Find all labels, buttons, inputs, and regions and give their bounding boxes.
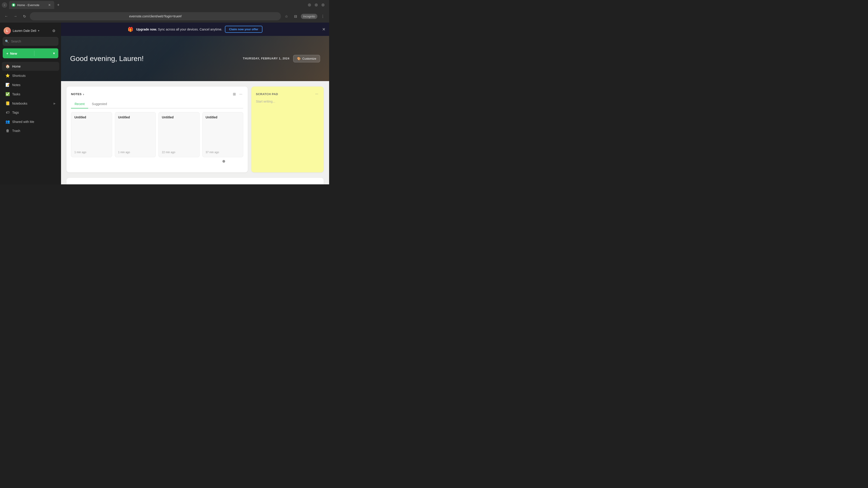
sidebar-item-home[interactable]: 🏠 Home (2, 62, 59, 71)
avatar: L (4, 27, 11, 34)
search-wrapper: 🔍 (3, 37, 58, 46)
tab-bar: ‹ Home - Evernote ✕ + (0, 0, 329, 10)
banner-upgrade-text: Upgrade now. (136, 28, 157, 31)
notes-arrow-icon[interactable]: › (83, 92, 84, 96)
upgrade-banner: 🎁 Upgrade now. Sync across all your devi… (61, 23, 329, 36)
incognito-badge: Incognito (301, 14, 317, 19)
tab-close-button[interactable]: ✕ (48, 3, 52, 7)
search-bar-container: 🔍 (3, 37, 58, 46)
date-display: THURSDAY, FEBRUARY 1, 2024 (243, 57, 289, 60)
search-icon: 🔍 (5, 39, 9, 43)
notebooks-icon: 📒 (5, 101, 10, 105)
content-area: NOTES › ⊞ ··· Recent Suggested (61, 81, 329, 184)
home-icon: 🏠 (5, 64, 10, 68)
scratch-pad-header: SCRATCH PAD ··· (256, 91, 319, 97)
note-card-3[interactable]: Untitled 22 min ago (158, 112, 199, 157)
scratch-pad-more-button[interactable]: ··· (314, 91, 319, 97)
expand-icon: ▶ (54, 102, 56, 105)
sidebar-item-notebooks[interactable]: 📒 Notebooks ▶ (2, 99, 59, 108)
note-time: 1 min ago (118, 151, 153, 154)
notes-widget: NOTES › ⊞ ··· Recent Suggested (66, 87, 248, 172)
banner-close-button[interactable]: ✕ (322, 27, 326, 32)
new-button-left: + New (6, 52, 17, 55)
notes-widget-title: NOTES › (71, 92, 84, 96)
notes-tabs: Recent Suggested (71, 101, 243, 108)
sidebar-item-notebooks-label: Notebooks (12, 102, 27, 105)
main-content: 🎁 Upgrade now. Sync across all your devi… (61, 23, 329, 184)
address-bar[interactable] (30, 12, 281, 20)
sidebar-item-tags[interactable]: 🏷 Tags (2, 108, 59, 117)
shared-icon: 👥 (5, 120, 10, 124)
chevron-down-icon: ▾ (51, 52, 55, 55)
new-button-divider (34, 51, 34, 56)
notes-widget-actions: ⊞ ··· (232, 91, 243, 97)
note-time: 1 min ago (74, 151, 109, 154)
tab-recent[interactable]: Recent (71, 101, 88, 108)
chevron-down-icon: ▾ (38, 29, 39, 32)
svg-point-0 (13, 4, 14, 6)
claim-offer-button[interactable]: Claim now your offer (225, 26, 262, 33)
sidebar-item-tags-label: Tags (12, 111, 19, 114)
sidebar-item-trash-label: Trash (12, 129, 20, 133)
new-tab-button[interactable]: + (55, 2, 61, 8)
sidebar-nav: 🏠 Home ⭐ Shortcuts 📝 Notes ✅ Tasks 📒 Not… (0, 62, 61, 135)
forward-nav-button[interactable]: → (12, 13, 19, 20)
tab-nav-controls: ‹ (2, 2, 7, 8)
tab-favicon (12, 3, 16, 7)
user-profile[interactable]: L Lauren Dale Deli ▾ (4, 27, 39, 34)
trash-icon: 🗑 (5, 129, 10, 133)
back-button[interactable]: ‹ (2, 2, 7, 8)
sidebar-item-shortcuts-label: Shortcuts (12, 74, 26, 77)
banner-text: Upgrade now. Sync across all your device… (136, 28, 222, 31)
sidebar-header: L Lauren Dale Deli ▾ ⚙ (0, 25, 61, 37)
sidebar-item-notes[interactable]: 📝 Notes (2, 80, 59, 89)
captured-title: RECENTLY CAPTURED (71, 184, 105, 185)
reload-button[interactable]: ↻ (21, 13, 28, 20)
notes-icon: 📝 (5, 83, 10, 87)
maximize-button[interactable] (315, 3, 318, 6)
tab-suggested[interactable]: Suggested (88, 101, 111, 108)
notes-widget-header: NOTES › ⊞ ··· (71, 91, 243, 97)
captured-header: RECENTLY CAPTURED ··· (71, 182, 319, 184)
note-time: 37 min ago (206, 151, 240, 154)
tags-icon: 🏷 (5, 110, 10, 115)
note-card-2[interactable]: Untitled 1 min ago (115, 112, 156, 157)
sidebar-toggle-button[interactable]: ⊟ (292, 13, 299, 20)
note-card-1[interactable]: Untitled 1 min ago (71, 112, 112, 157)
notes-more-button[interactable]: ··· (239, 91, 243, 97)
note-card-4[interactable]: Untitled 37 min ago (202, 112, 243, 157)
sidebar-item-tasks-label: Tasks (12, 92, 20, 96)
tab-title: Home - Evernote (17, 3, 46, 7)
sidebar-item-notes-label: Notes (12, 83, 21, 87)
sidebar-item-tasks[interactable]: ✅ Tasks (2, 90, 59, 98)
star-icon: ⭐ (5, 73, 10, 78)
greeting-text: Good evening, Lauren! (70, 55, 144, 63)
scratch-pad-content[interactable]: Start writing... (256, 100, 319, 168)
plus-icon: + (6, 52, 8, 55)
customize-icon: 🎨 (297, 57, 301, 60)
sidebar-item-shortcuts[interactable]: ⭐ Shortcuts (2, 71, 59, 80)
settings-button[interactable]: ⚙ (50, 27, 57, 34)
new-button[interactable]: + New ▾ (3, 48, 58, 58)
sidebar-item-shared[interactable]: 👥 Shared with Me (2, 117, 59, 126)
minimize-button[interactable] (308, 3, 311, 6)
scratch-pad-title: SCRATCH PAD (256, 92, 278, 96)
back-nav-button[interactable]: ← (3, 13, 10, 20)
notes-view-toggle-button[interactable]: ⊞ (232, 91, 237, 97)
cards-row: NOTES › ⊞ ··· Recent Suggested (66, 87, 324, 172)
note-title: Untitled (162, 116, 196, 119)
banner-main-text: Sync across all your devices. Cancel any… (158, 28, 222, 31)
browser-tab-evernote[interactable]: Home - Evernote ✕ (9, 1, 54, 9)
recently-captured-widget: RECENTLY CAPTURED ··· Web Clips Images D… (66, 178, 324, 184)
home-header: Good evening, Lauren! THURSDAY, FEBRUARY… (61, 36, 329, 81)
close-button[interactable] (321, 3, 324, 6)
search-input[interactable] (3, 37, 58, 46)
browser-chrome: ‹ Home - Evernote ✕ + ← → ↻ ☆ ⊟ Incognit… (0, 0, 329, 23)
customize-button[interactable]: 🎨 Customize (293, 55, 320, 62)
sidebar-item-shared-label: Shared with Me (12, 120, 34, 124)
sidebar-item-trash[interactable]: 🗑 Trash (2, 127, 59, 135)
bookmark-button[interactable]: ☆ (283, 13, 290, 20)
tasks-icon: ✅ (5, 92, 10, 96)
captured-more-button[interactable]: ··· (314, 182, 319, 184)
menu-button[interactable]: ⋮ (319, 13, 327, 20)
